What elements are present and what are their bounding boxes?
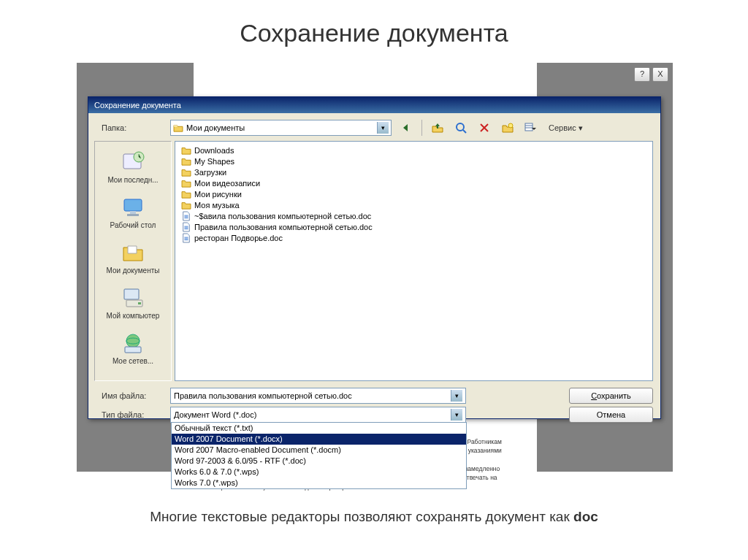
svg-rect-8	[124, 289, 139, 299]
slide-footer: Многие текстовые редакторы позволяют сох…	[0, 509, 748, 525]
dropdown-arrow-icon[interactable]: ▾	[451, 390, 462, 402]
mydocs-icon	[121, 240, 145, 265]
file-name: My Shapes	[194, 157, 234, 166]
up-one-level-button[interactable]	[429, 119, 446, 137]
svg-rect-7	[127, 214, 139, 216]
place-label: Мои последн...	[107, 176, 158, 184]
document-icon	[181, 233, 191, 243]
document-icon	[181, 222, 191, 232]
folder-label: Папка:	[102, 123, 164, 132]
filetype-option[interactable]: Works 6.0 & 7.0 (*.wps)	[172, 467, 466, 477]
filename-label: Имя файла:	[102, 391, 164, 400]
back-button[interactable]	[397, 119, 415, 137]
folder-icon	[181, 156, 191, 166]
dialog-toolbar: Папка: Мои документы ▾ Сервис ▾	[88, 113, 660, 139]
slide-title: Сохранение документа	[0, 19, 748, 47]
folder-dropdown-text: Мои документы	[186, 123, 245, 132]
svg-rect-10	[138, 302, 141, 304]
place-label: Мои документы	[107, 266, 160, 275]
folder-dropdown[interactable]: Мои документы ▾	[170, 120, 392, 136]
close-button[interactable]: X	[652, 67, 668, 82]
search-web-button[interactable]	[452, 119, 470, 137]
file-name: ресторан Подворье.doc	[194, 234, 283, 242]
network-icon	[121, 331, 145, 356]
file-item[interactable]: My Shapes	[180, 156, 648, 166]
mycomp-icon	[121, 285, 145, 310]
dialog-titlebar: Сохранение документа	[88, 97, 660, 113]
svg-rect-5	[124, 199, 142, 211]
file-item[interactable]: Downloads	[180, 145, 648, 156]
place-label: Мое сетев...	[112, 357, 153, 365]
cancel-button[interactable]: Отмена	[569, 407, 653, 423]
filetype-value: Документ Word (*.doc)	[174, 410, 256, 419]
file-name: Моя музыка	[194, 201, 240, 210]
place-label: Рабочий стол	[110, 221, 156, 229]
parent-app-window: Работнику холдинга системным администрат…	[77, 63, 673, 472]
file-name: Правила пользования компьютерной сетью.d…	[194, 223, 373, 231]
filename-input[interactable]: Правила пользования компьютерной сетью.d…	[170, 388, 466, 404]
svg-point-1	[508, 123, 513, 128]
file-name: Загрузки	[194, 168, 226, 177]
document-icon	[181, 211, 191, 221]
place-label: Мой компьютер	[107, 312, 160, 320]
place-recent[interactable]: Мои последн...	[99, 145, 167, 188]
places-bar: Мои последн...Рабочий столМои документыМ…	[94, 141, 172, 381]
svg-rect-13	[125, 347, 141, 353]
new-folder-button[interactable]	[499, 119, 516, 137]
filetype-option[interactable]: Word 2007 Document (*.docx)	[172, 434, 466, 445]
file-name: ~$авила пользования компьютерной сетью.d…	[194, 212, 371, 220]
filename-value: Правила пользования компьютерной сетью.d…	[174, 391, 352, 400]
filetype-label: Тип файла:	[102, 410, 164, 419]
folder-icon	[181, 167, 191, 177]
file-item[interactable]: ~$авила пользования компьютерной сетью.d…	[180, 210, 648, 221]
dropdown-arrow-icon[interactable]: ▾	[451, 409, 462, 421]
views-button[interactable]	[522, 119, 540, 137]
file-item[interactable]: Мои рисунки	[180, 188, 648, 199]
recent-icon	[121, 150, 145, 174]
place-desktop[interactable]: Рабочий стол	[99, 190, 167, 234]
filetype-option[interactable]: Word 97-2003 & 6.0/95 - RTF (*.doc)	[172, 456, 466, 467]
filetype-dropdown-list[interactable]: Обычный текст (*.txt)Word 2007 Document …	[171, 422, 467, 489]
file-name: Downloads	[194, 146, 234, 155]
svg-point-0	[457, 123, 464, 131]
filetype-option[interactable]: Word 2007 Macro-enabled Document (*.docm…	[172, 445, 466, 456]
folder-icon	[181, 200, 191, 210]
desktop-icon	[121, 195, 145, 220]
file-name: Мои видеозаписи	[194, 179, 260, 188]
file-list[interactable]: DownloadsMy ShapesЗагрузкиМои видеозапис…	[175, 141, 653, 381]
file-item[interactable]: Правила пользования компьютерной сетью.d…	[180, 221, 648, 232]
dropdown-arrow-icon: ▾	[377, 122, 389, 134]
save-button[interactable]: Сохранить	[569, 388, 653, 404]
folder-icon	[181, 178, 191, 188]
svg-point-11	[126, 334, 140, 348]
file-item[interactable]: Моя музыка	[180, 199, 648, 210]
folder-icon	[181, 145, 191, 156]
place-network[interactable]: Мое сетев...	[99, 326, 167, 369]
file-name: Мои рисунки	[194, 190, 242, 199]
file-item[interactable]: ресторан Подворье.doc	[180, 232, 648, 243]
place-mycomp[interactable]: Мой компьютер	[99, 280, 167, 324]
svg-rect-6	[130, 211, 136, 214]
filetype-dropdown[interactable]: Документ Word (*.doc) ▾ Обычный текст (*…	[170, 407, 466, 423]
service-menu[interactable]: Сервис ▾	[546, 123, 586, 133]
filetype-option[interactable]: Works 7.0 (*.wps)	[172, 477, 466, 488]
folder-icon	[173, 123, 183, 132]
file-item[interactable]: Загрузки	[180, 166, 648, 177]
help-button[interactable]: ?	[634, 67, 650, 82]
folder-icon	[181, 189, 191, 199]
delete-button[interactable]	[476, 119, 493, 137]
filetype-option[interactable]: Обычный текст (*.txt)	[172, 423, 466, 434]
save-dialog: Сохранение документа Папка: Мои документ…	[88, 96, 661, 419]
file-item[interactable]: Мои видеозаписи	[180, 177, 648, 188]
svg-rect-2	[525, 123, 533, 131]
toolbar-separator	[421, 120, 422, 136]
place-mydocs[interactable]: Мои документы	[99, 235, 167, 279]
